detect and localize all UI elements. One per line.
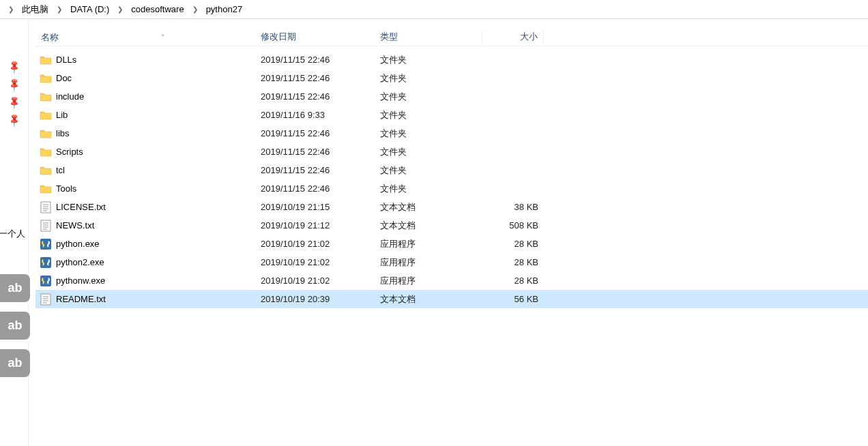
breadcrumb-item[interactable]: codesoftware — [128, 3, 186, 16]
file-size: 28 KB — [482, 239, 544, 249]
file-modified: 2019/10/19 21:02 — [261, 276, 380, 286]
file-row[interactable]: python.exe2019/10/19 21:02应用程序28 KB — [35, 235, 868, 253]
file-name: README.txt — [56, 294, 261, 304]
breadcrumb[interactable]: ❯ 此电脑 ❯ DATA (D:) ❯ codesoftware ❯ pytho… — [0, 0, 868, 19]
file-row[interactable]: libs2019/11/15 22:46文件夹 — [35, 124, 868, 143]
folder-icon — [35, 110, 56, 120]
file-modified: 2019/11/15 22:46 — [261, 128, 380, 138]
txt-icon — [35, 293, 56, 306]
file-type: 应用程序 — [380, 238, 482, 250]
file-modified: 2019/11/16 9:33 — [261, 110, 380, 120]
file-row[interactable]: Tools2019/11/15 22:46文件夹 — [35, 179, 868, 198]
file-row[interactable]: Doc2019/11/15 22:46文件夹 — [35, 69, 868, 87]
chevron-right-icon: ❯ — [5, 5, 16, 13]
file-size: 38 KB — [482, 202, 544, 212]
file-name: LICENSE.txt — [56, 202, 261, 212]
file-type: 文件夹 — [380, 164, 482, 177]
file-row[interactable]: tcl2019/11/15 22:46文件夹 — [35, 161, 868, 179]
chevron-right-icon: ❯ — [54, 5, 65, 13]
file-row[interactable]: Lib2019/11/16 9:33文件夹 — [35, 106, 868, 124]
file-size: 56 KB — [482, 294, 544, 304]
quick-access-rail: 📌 📌 📌 📌 一个人 ab ab ab — [0, 19, 29, 446]
rail-tab[interactable]: ab — [0, 274, 30, 302]
file-name: Lib — [56, 110, 261, 120]
file-type: 应用程序 — [380, 256, 482, 269]
file-name: include — [56, 91, 261, 102]
file-size: 508 KB — [482, 220, 544, 231]
breadcrumb-item[interactable]: python27 — [203, 3, 246, 16]
file-name: Scripts — [56, 147, 261, 157]
file-type: 文件夹 — [380, 128, 482, 140]
chevron-right-icon: ❯ — [190, 5, 201, 13]
file-size: 28 KB — [482, 257, 544, 267]
file-type: 文件夹 — [380, 72, 482, 85]
file-name: NEWS.txt — [56, 220, 261, 231]
file-type: 文件夹 — [380, 146, 482, 158]
folder-icon — [35, 74, 56, 83]
file-list: DLLs2019/11/15 22:46文件夹Doc2019/11/15 22:… — [35, 46, 868, 308]
file-modified: 2019/10/19 21:12 — [261, 220, 380, 231]
rail-tab[interactable]: ab — [0, 312, 30, 340]
rail-truncated-label: 一个人 — [0, 228, 25, 240]
file-type: 应用程序 — [380, 275, 482, 287]
folder-icon — [35, 166, 56, 175]
file-modified: 2019/11/15 22:46 — [261, 55, 380, 65]
column-header-type[interactable]: 类型 — [380, 31, 482, 44]
file-name: Doc — [56, 73, 261, 83]
column-header-row: 名称 ˄ 修改日期 类型 大小 — [35, 19, 868, 46]
svg-rect-0 — [41, 202, 50, 213]
txt-icon — [35, 220, 56, 232]
file-name: DLLs — [56, 55, 261, 65]
file-row[interactable]: Scripts2019/11/15 22:46文件夹 — [35, 143, 868, 161]
column-header-modified[interactable]: 修改日期 — [261, 31, 380, 44]
txt-icon — [35, 201, 56, 213]
file-modified: 2019/11/15 22:46 — [261, 165, 380, 175]
pin-icon[interactable]: 📌 — [6, 59, 22, 74]
folder-icon — [35, 184, 56, 194]
svg-rect-13 — [41, 294, 50, 305]
file-name: tcl — [56, 165, 261, 175]
pin-icon[interactable]: 📌 — [6, 112, 22, 128]
file-modified: 2019/10/19 21:02 — [261, 257, 380, 267]
file-type: 文件夹 — [380, 54, 482, 66]
folder-icon — [35, 129, 56, 138]
column-header-size[interactable]: 大小 — [482, 31, 544, 44]
file-type: 文本文档 — [380, 220, 482, 232]
folder-icon — [35, 147, 56, 157]
breadcrumb-item[interactable]: 此电脑 — [19, 2, 51, 17]
column-name-label: 名称 — [41, 31, 59, 44]
file-modified: 2019/10/19 20:39 — [261, 294, 380, 304]
rail-tab[interactable]: ab — [0, 349, 30, 377]
file-row[interactable]: NEWS.txt2019/10/19 21:12文本文档508 KB — [35, 216, 868, 235]
file-modified: 2019/10/19 21:02 — [261, 239, 380, 249]
file-name: libs — [56, 128, 261, 138]
chevron-right-icon: ❯ — [115, 5, 126, 13]
pin-icon[interactable]: 📌 — [6, 76, 22, 92]
file-row[interactable]: DLLs2019/11/15 22:46文件夹 — [35, 50, 868, 69]
file-name: pythonw.exe — [56, 276, 261, 286]
file-modified: 2019/11/15 22:46 — [261, 183, 380, 194]
file-row[interactable]: LICENSE.txt2019/10/19 21:15文本文档38 KB — [35, 198, 868, 216]
file-row[interactable]: pythonw.exe2019/10/19 21:02应用程序28 KB — [35, 271, 868, 290]
file-row[interactable]: README.txt2019/10/19 20:39文本文档56 KB — [35, 290, 868, 308]
file-type: 文本文档 — [380, 201, 482, 213]
file-row[interactable]: python2.exe2019/10/19 21:02应用程序28 KB — [35, 253, 868, 271]
file-size: 28 KB — [482, 276, 544, 286]
file-type: 文件夹 — [380, 109, 482, 121]
svg-rect-11 — [40, 257, 51, 268]
exe-icon — [35, 275, 56, 287]
file-type: 文件夹 — [380, 91, 482, 103]
file-row[interactable]: include2019/11/15 22:46文件夹 — [35, 87, 868, 106]
file-modified: 2019/11/15 22:46 — [261, 73, 380, 83]
file-name: Tools — [56, 183, 261, 194]
file-type: 文本文档 — [380, 293, 482, 306]
exe-icon — [35, 238, 56, 250]
pin-icon[interactable]: 📌 — [6, 94, 22, 110]
file-name: python2.exe — [56, 257, 261, 267]
file-modified: 2019/10/19 21:15 — [261, 202, 380, 212]
column-header-name[interactable]: 名称 ˄ — [35, 31, 261, 44]
sort-indicator-icon: ˄ — [161, 33, 164, 41]
breadcrumb-item[interactable]: DATA (D:) — [68, 3, 112, 16]
folder-icon — [35, 55, 56, 65]
file-modified: 2019/11/15 22:46 — [261, 91, 380, 102]
